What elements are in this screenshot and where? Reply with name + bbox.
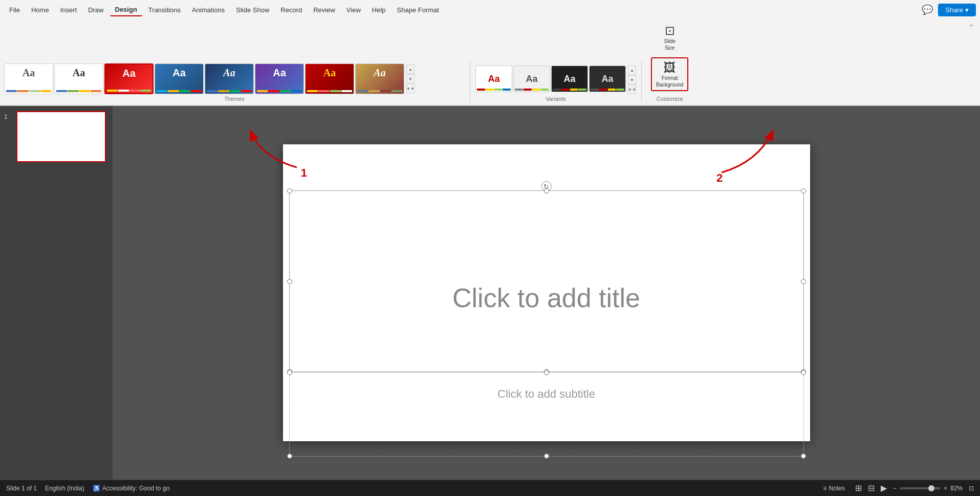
subtitle-handle-bc[interactable] bbox=[544, 454, 549, 459]
subtitle-text: Click to add subtitle bbox=[294, 387, 799, 401]
accessibility-info: ♿ Accessibility: Good to go bbox=[93, 485, 169, 492]
format-background-icon: 🖼 bbox=[664, 60, 676, 75]
format-background-label: FormatBackground bbox=[656, 75, 683, 88]
title-text: Click to add title bbox=[299, 283, 794, 313]
customize-section: ⊡ SlideSize 🖼 FormatBackground Customize bbox=[651, 21, 688, 102]
menu-help[interactable]: Help bbox=[367, 4, 391, 16]
handle-top-left[interactable] bbox=[287, 188, 292, 193]
notes-label: Notes bbox=[829, 485, 845, 492]
theme-8[interactable]: Aa bbox=[355, 63, 404, 94]
variant-scroll-down[interactable]: ▼ bbox=[628, 75, 636, 84]
menu-shape-format[interactable]: Shape Format bbox=[392, 4, 444, 16]
zoom-control: − + 82% bbox=[893, 485, 963, 492]
variant-2[interactable]: Aa bbox=[513, 66, 550, 92]
ribbon-collapse-button[interactable]: ⌃ bbox=[967, 21, 976, 33]
slide-info: Slide 1 of 1 bbox=[6, 485, 37, 492]
variants-section: Aa Aa bbox=[475, 66, 636, 102]
slide-editor: 1 2 ↻ bbox=[113, 106, 980, 480]
main-content: 1 1 bbox=[0, 106, 980, 480]
view-reading-icon[interactable]: ▶ bbox=[881, 483, 887, 493]
menu-record[interactable]: Record bbox=[275, 4, 307, 16]
handle-top-right[interactable] bbox=[801, 188, 806, 193]
slide-size-button[interactable]: ⊡ SlideSize bbox=[660, 21, 680, 53]
slides-panel: 1 bbox=[0, 106, 113, 480]
view-slide-sorter-icon[interactable]: ⊟ bbox=[868, 483, 875, 493]
slide-1-number: 1 bbox=[4, 113, 12, 120]
slide-1-container: 1 bbox=[4, 111, 108, 162]
theme-scroll-up[interactable]: ▲ bbox=[406, 64, 415, 74]
theme-scroll-arrows: ▲ ▼ ▼▼ bbox=[406, 64, 415, 93]
slide-size-icon: ⊡ bbox=[665, 24, 675, 38]
variant-scroll-more[interactable]: ▼▼ bbox=[628, 85, 636, 94]
zoom-in-icon[interactable]: + bbox=[944, 485, 947, 492]
notes-button[interactable]: ≡ Notes bbox=[819, 484, 849, 493]
ribbon-separator-2 bbox=[641, 61, 642, 102]
notes-icon: ≡ bbox=[823, 485, 827, 492]
menu-slideshow[interactable]: Slide Show bbox=[231, 4, 274, 16]
view-normal-icon[interactable]: ⊞ bbox=[855, 483, 862, 493]
menu-view[interactable]: View bbox=[341, 4, 366, 16]
menu-file[interactable]: File bbox=[4, 4, 25, 16]
menu-animations[interactable]: Animations bbox=[187, 4, 230, 16]
status-right: ≡ Notes ⊞ ⊟ ▶ − + 82% ⊡ bbox=[819, 483, 974, 493]
theme-6[interactable]: Aa bbox=[255, 63, 304, 94]
theme-scroll-more[interactable]: ▼▼ bbox=[406, 84, 415, 93]
themes-section: Aa Aa bbox=[4, 63, 465, 102]
variant-4[interactable]: Aa bbox=[589, 66, 626, 92]
zoom-out-icon[interactable]: − bbox=[893, 485, 897, 492]
accessibility-text: Accessibility: Good to go bbox=[102, 485, 169, 492]
theme-5[interactable]: Aa bbox=[205, 63, 254, 94]
ribbon-toolbar: Aa Aa bbox=[0, 19, 980, 105]
status-left: Slide 1 of 1 English (India) ♿ Accessibi… bbox=[6, 485, 169, 492]
variant-scroll-arrows: ▲ ▼ ▼▼ bbox=[628, 66, 636, 94]
menu-design[interactable]: Design bbox=[110, 4, 142, 16]
themes-label: Themes bbox=[224, 96, 245, 102]
accessibility-icon: ♿ bbox=[93, 485, 100, 492]
themes-row: Aa Aa bbox=[4, 63, 465, 94]
theme-7[interactable]: Aa bbox=[305, 63, 354, 94]
variant-1[interactable]: Aa bbox=[475, 66, 512, 92]
subtitle-handle-tl[interactable] bbox=[287, 370, 292, 375]
ribbon-separator-1 bbox=[470, 61, 470, 102]
subtitle-handle-tr[interactable] bbox=[801, 370, 806, 375]
subtitle-handle-tc[interactable] bbox=[544, 370, 549, 375]
variant-3[interactable]: Aa bbox=[551, 66, 588, 92]
zoom-thumb bbox=[928, 485, 934, 491]
menu-home[interactable]: Home bbox=[26, 4, 54, 16]
menu-draw[interactable]: Draw bbox=[83, 4, 108, 16]
format-background-button[interactable]: 🖼 FormatBackground bbox=[651, 57, 688, 91]
share-button[interactable]: Share ▾ bbox=[938, 4, 976, 16]
title-placeholder[interactable]: Click to add title bbox=[289, 272, 804, 324]
slide-size-label: SlideSize bbox=[664, 38, 676, 51]
customize-label: Customize bbox=[657, 96, 683, 102]
slide-canvas[interactable]: ↻ Click to add title bbox=[283, 144, 810, 441]
handle-top-center[interactable] bbox=[544, 188, 549, 193]
menu-insert[interactable]: Insert bbox=[55, 4, 82, 16]
zoom-level: 82% bbox=[950, 485, 963, 492]
slide-1-thumbnail[interactable] bbox=[16, 111, 106, 162]
ribbon: File Home Insert Draw Design Transitions… bbox=[0, 0, 980, 106]
language-info: English (India) bbox=[45, 485, 84, 492]
variants-row: Aa Aa bbox=[475, 66, 636, 94]
status-bar: Slide 1 of 1 English (India) ♿ Accessibi… bbox=[0, 480, 980, 496]
share-chevron: ▾ bbox=[965, 6, 969, 14]
chat-icon[interactable]: 💬 bbox=[922, 4, 933, 15]
menu-transitions[interactable]: Transitions bbox=[143, 4, 186, 16]
theme-scroll-down[interactable]: ▼ bbox=[406, 74, 415, 83]
share-label: Share bbox=[945, 6, 963, 14]
variant-scroll-up[interactable]: ▲ bbox=[628, 66, 636, 75]
subtitle-handle-br[interactable] bbox=[801, 454, 806, 459]
menu-bar: File Home Insert Draw Design Transitions… bbox=[0, 0, 980, 19]
zoom-slider[interactable] bbox=[900, 487, 941, 489]
variants-label: Variants bbox=[546, 96, 566, 102]
theme-4[interactable]: Aa bbox=[155, 63, 204, 94]
theme-active[interactable]: Aa → bbox=[104, 63, 154, 94]
menu-review[interactable]: Review bbox=[308, 4, 340, 16]
subtitle-placeholder[interactable]: Click to add subtitle bbox=[289, 382, 804, 406]
fit-to-window-icon[interactable]: ⊡ bbox=[969, 485, 974, 492]
theme-2[interactable]: Aa bbox=[54, 63, 103, 94]
theme-office[interactable]: Aa bbox=[4, 63, 53, 94]
subtitle-handle-bl[interactable] bbox=[287, 454, 292, 459]
